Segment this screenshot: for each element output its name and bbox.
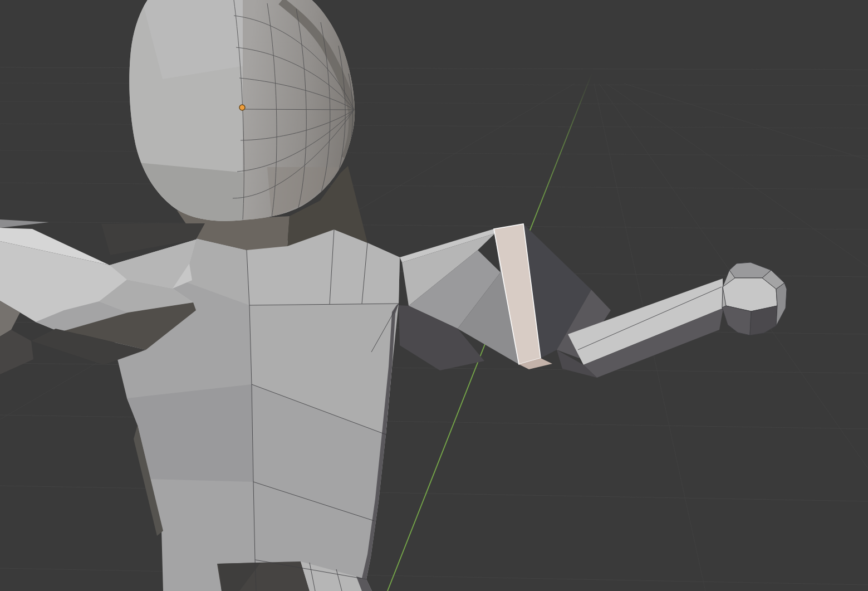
object-origin-dot[interactable] <box>239 105 245 110</box>
3d-viewport[interactable] <box>0 0 868 591</box>
viewport-canvas[interactable] <box>0 0 868 591</box>
